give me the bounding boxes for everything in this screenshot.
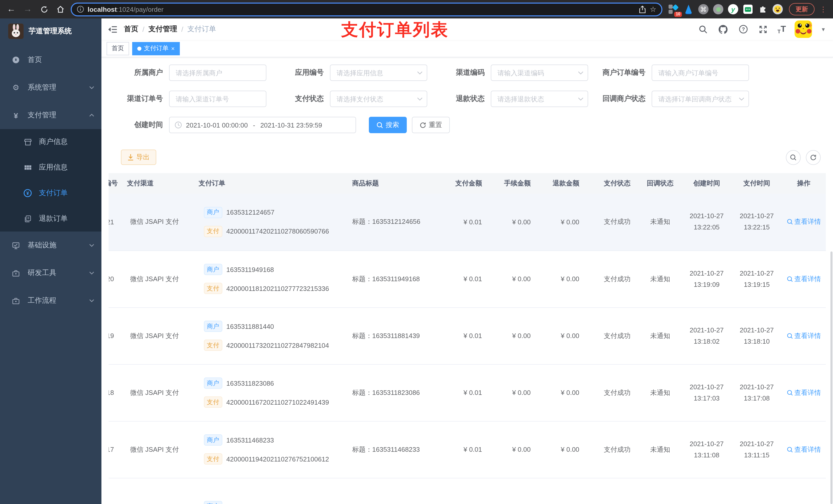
cell-order-id: 20 [109, 250, 125, 307]
chevron-up-icon [89, 114, 94, 117]
merchant-order-no-input[interactable] [652, 65, 749, 81]
filter-app-no: 应用编号 [273, 65, 427, 81]
filter-merchant-order-no: 商户订单编号 [595, 65, 749, 81]
table-row[interactable]: 18 微信 JSAPI 支付 商户 1635311823086 支付 42000… [109, 364, 826, 421]
cell-pay-channel [125, 478, 197, 504]
extension-chat-icon[interactable] [743, 4, 753, 14]
fullscreen-icon[interactable] [757, 24, 769, 35]
cell-pay-channel: 微信 JSAPI 支付 [125, 307, 197, 364]
search-icon[interactable] [697, 24, 709, 35]
cell-product-title: 标题：1635311949168 [350, 250, 450, 307]
browser-forward-icon[interactable]: → [22, 3, 34, 15]
column-header: 支付渠道 [125, 173, 197, 194]
notify-status-select[interactable] [652, 91, 749, 107]
table-row[interactable]: 17 微信 JSAPI 支付 商户 1635311468233 支付 42000… [109, 421, 826, 478]
cell-product-title: 标题：1635312124656 [350, 194, 450, 250]
sidebar-item-refund-order[interactable]: 退款订单 [0, 206, 101, 232]
sidebar-item-app-info[interactable]: 应用信息 [0, 155, 101, 180]
toggle-search-icon[interactable] [786, 150, 801, 165]
url-host: localhost [88, 5, 117, 13]
channel-code-select[interactable] [491, 65, 588, 81]
share-icon[interactable] [639, 5, 646, 13]
view-detail-link[interactable]: 查看详情 [787, 445, 821, 454]
extension-y-icon[interactable]: y [728, 4, 738, 14]
sidebar-item-system[interactable]: ⚙ 系统管理 [0, 74, 101, 101]
font-size-icon[interactable]: TT [778, 24, 786, 34]
view-detail-link[interactable]: 查看详情 [787, 388, 821, 397]
browser-home-icon[interactable] [54, 3, 67, 15]
filter-label: 创建时间 [113, 120, 169, 129]
sidebar-item-workflow[interactable]: 工作流程 [0, 287, 101, 314]
sidebar: 芋道管理系统 首页 ⚙ 系统管理 ¥ 支付管理 [0, 19, 101, 504]
reset-button[interactable]: 重置 [412, 117, 450, 133]
merchant-tag: 商户 [204, 264, 222, 275]
app-logo-row[interactable]: 芋道管理系统 [0, 19, 101, 44]
refresh-icon[interactable] [806, 150, 821, 165]
sidebar-fold-icon[interactable] [101, 19, 124, 40]
table-row[interactable]: 20 微信 JSAPI 支付 商户 1635311949168 支付 42000… [109, 250, 826, 307]
extension-command-icon[interactable]: ⌘ [698, 4, 709, 14]
pay-submenu: 商户信息 应用信息 ¥ 支付订单 [0, 129, 101, 232]
help-icon[interactable]: ? [737, 24, 749, 35]
sidebar-item-infra[interactable]: 基础设施 [0, 232, 101, 259]
pay-order-line: 支付 4200001181202110277723215336 [204, 283, 348, 294]
extension-record-icon[interactable] [713, 4, 723, 14]
merchant-select[interactable] [169, 65, 266, 81]
github-icon[interactable] [717, 24, 729, 35]
refund-status-select[interactable] [491, 91, 588, 107]
view-detail-link[interactable]: 查看详情 [787, 274, 821, 284]
date-end-value: 2021-10-31 23:59:59 [260, 121, 322, 129]
page-scrollbar[interactable] [830, 251, 832, 504]
column-header: 回调状态 [639, 173, 682, 194]
breadcrumb: 首页 / 支付管理 / 支付订单 [124, 25, 216, 34]
browser-menu-icon[interactable]: ⋮ [819, 5, 828, 13]
view-detail-link[interactable]: 查看详情 [787, 331, 821, 340]
address-bar[interactable]: localhost:1024/pay/order ☆ [71, 2, 662, 16]
cell-product-title: 标题：1635311468233 [350, 421, 450, 478]
tab-pay-order[interactable]: 支付订单 × [132, 42, 180, 55]
extension-puzzle-icon[interactable] [758, 4, 768, 14]
table-row[interactable]: 商户 1635311451796 支付 [109, 478, 826, 504]
pay-status-select[interactable] [330, 91, 427, 107]
screenshot-root: ← → localhost:1024/pay/order ☆ 10 ⌘ [0, 0, 833, 504]
extension-tabs-icon[interactable]: 10 [669, 4, 679, 14]
table-row[interactable]: 19 微信 JSAPI 支付 商户 1635311881440 支付 42000… [109, 307, 826, 364]
column-header: 支付时间 [732, 173, 782, 194]
filter-label: 应用编号 [273, 68, 330, 77]
table-row[interactable]: 21 微信 JSAPI 支付 商户 1635312124657 支付 42000… [109, 194, 826, 250]
bookmark-star-icon[interactable]: ☆ [650, 5, 656, 13]
cell-pay-time: 2021-10-2713:18:10 [732, 307, 782, 364]
sidebar-item-home[interactable]: 首页 [0, 46, 101, 74]
channel-order-no-input[interactable] [169, 91, 266, 107]
chevron-down-icon [89, 271, 94, 274]
filter-channel-code: 渠道编码 [434, 65, 588, 81]
site-info-icon[interactable] [77, 6, 84, 13]
tab-home[interactable]: 首页 [106, 42, 129, 55]
browser-reload-icon[interactable] [38, 3, 50, 15]
update-label: 更新 [795, 5, 808, 14]
close-icon[interactable]: × [171, 45, 175, 51]
date-range-input[interactable]: 2021-10-01 00:00:00 - 2021-10-31 23:59:5… [169, 117, 356, 133]
sidebar-item-devtool[interactable]: 研发工具 [0, 259, 101, 287]
breadcrumb-pay-manage[interactable]: 支付管理 [148, 25, 177, 34]
browser-update-button[interactable]: 更新 [789, 3, 814, 15]
sidebar-item-pay[interactable]: ¥ 支付管理 [0, 101, 101, 129]
breadcrumb-home[interactable]: 首页 [124, 25, 138, 34]
cell-order-id: 17 [109, 421, 125, 478]
cell-notify-status: 未通知 [639, 194, 682, 250]
user-avatar[interactable] [794, 21, 812, 38]
filter-notify-status: 回调商户状态 [595, 91, 749, 107]
browser-back-icon[interactable]: ← [5, 3, 18, 15]
view-detail-link[interactable]: 查看详情 [787, 217, 821, 226]
viewport: ← → localhost:1024/pay/order ☆ 10 ⌘ [0, 0, 833, 504]
search-button[interactable]: 搜索 [369, 117, 407, 133]
app-select[interactable] [330, 65, 427, 81]
extension-emoji-icon[interactable] [772, 4, 783, 14]
sidebar-item-merchant-info[interactable]: 商户信息 [0, 129, 101, 155]
export-button[interactable]: 导出 [121, 149, 156, 165]
sidebar-item-pay-order[interactable]: ¥ 支付订单 [0, 180, 101, 206]
merchant-order-line: 商户 1635311451796 [204, 501, 348, 504]
column-header: 创建时间 [682, 173, 732, 194]
extension-kite-icon[interactable] [684, 4, 694, 14]
caret-down-icon[interactable]: ▼ [821, 26, 826, 32]
